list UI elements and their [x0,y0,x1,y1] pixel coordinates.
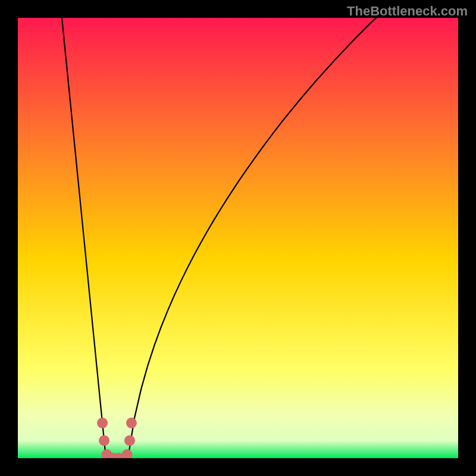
watermark-text: TheBottleneck.com [347,4,468,19]
chart-svg [18,18,458,458]
curve-marker [124,435,135,446]
curve-marker [99,435,109,446]
curve-marker [97,418,108,428]
bottleneck-chart [18,18,458,458]
curve-marker [126,418,137,428]
